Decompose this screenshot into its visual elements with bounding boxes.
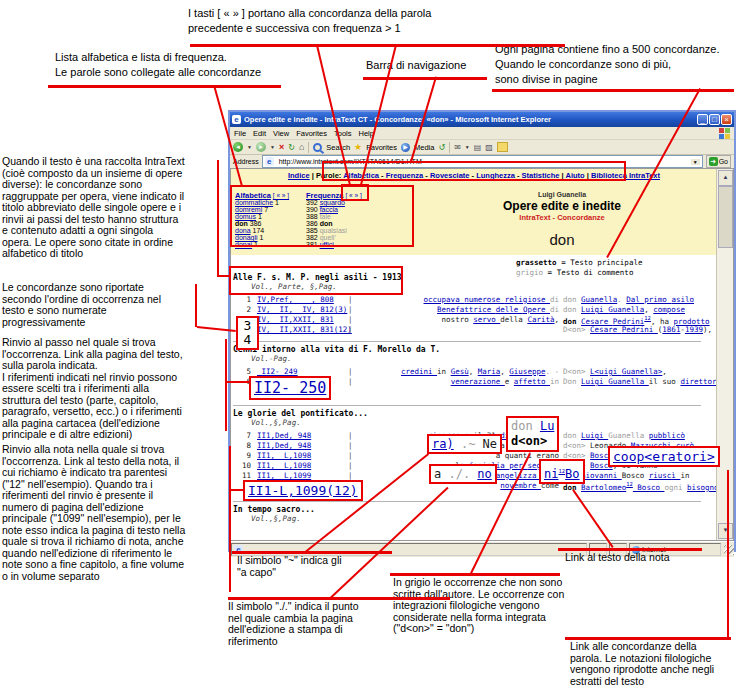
word-link[interactable]: Giovanni <box>581 471 622 480</box>
word-link[interactable]: occupava <box>424 295 465 304</box>
passage-reference-link[interactable]: IV, II, IV, 812(3) <box>257 305 347 314</box>
note-prev-next-keys: I tasti [ « » ] portano alla concordanza… <box>188 6 431 36</box>
concordance-row: 3IV, II,XXII, 831|nostro servo della Car… <box>233 315 703 325</box>
search-icon[interactable] <box>313 143 322 152</box>
word-link[interactable]: Luigi <box>581 305 608 314</box>
word-concordance-link[interactable]: coop<eratori> <box>613 449 715 464</box>
word-link[interactable]: asilo <box>671 295 694 304</box>
passage-reference-link[interactable]: II1,Ded, 948 <box>257 431 311 440</box>
maximize-button[interactable]: □ <box>709 114 720 125</box>
forward-dropdown-icon[interactable]: ▼ <box>270 144 275 150</box>
edit-icon[interactable]: ▨ <box>485 143 493 152</box>
word-link[interactable]: compose <box>653 305 685 314</box>
note-ref-link[interactable]: II1-L,1099(12) <box>248 483 358 498</box>
title-bar[interactable]: e Opere edite e inedite - IntraText CT -… <box>230 112 734 127</box>
word-link[interactable]: Opere <box>523 305 550 314</box>
messenger-icon[interactable] <box>497 142 508 152</box>
word-link[interactable]: 12 <box>644 315 651 321</box>
passage-reference-link[interactable]: IV, II,XXII, 831 <box>257 315 334 324</box>
word-link[interactable]: Lu <box>540 419 554 433</box>
concordance-row: 1IV,Pref, , 808|occupava numerose religi… <box>233 295 703 305</box>
section-subtitle: Vol.,§,Pag. <box>233 514 703 523</box>
favorites-icon[interactable]: ★ <box>354 142 362 152</box>
close-button[interactable]: × <box>721 114 732 125</box>
word-link[interactable]: ra) <box>432 437 454 451</box>
separator: | <box>348 325 353 334</box>
word-link[interactable]: Maria <box>478 367 501 376</box>
back-dropdown-icon[interactable]: ▼ <box>247 144 252 150</box>
word-link[interactable]: Pedrini <box>622 325 658 334</box>
word-link[interactable]: pubblicò <box>649 431 685 440</box>
word-link[interactable]: Luigi <box>581 377 608 386</box>
intratext-concordanze-label: IntraText - Concordanze <box>416 213 708 222</box>
word-link[interactable]: Guanella <box>608 305 644 314</box>
word-link[interactable]: Benefattrice <box>437 305 496 314</box>
vertical-scrollbar[interactable]: ▲ ▼ <box>716 169 733 540</box>
word-link[interactable]: no <box>477 467 491 481</box>
section-divider <box>233 405 701 406</box>
word-link[interactable]: riuscì <box>649 471 681 480</box>
back-button[interactable]: ◄ <box>233 142 243 152</box>
mail-dropdown-icon[interactable]: ▼ <box>465 144 470 150</box>
media-icon[interactable]: ▶ <box>401 143 410 152</box>
word-link[interactable]: Luigi <box>581 431 608 440</box>
menu-favorites[interactable]: Favorites <box>296 129 327 138</box>
word-link[interactable]: ni <box>544 467 558 481</box>
word-link[interactable]: Guanella> <box>622 367 663 376</box>
scroll-up-icon[interactable]: ▲ <box>718 170 733 186</box>
go-button[interactable]: ➜ Go <box>706 155 731 168</box>
word-link[interactable]: novembre <box>500 481 541 490</box>
note-order: Le concordanze sono riportatesecondo l'o… <box>2 282 161 328</box>
word-link[interactable]: numerose <box>464 295 505 304</box>
word-link[interactable]: Guanella <box>581 295 617 304</box>
word-link[interactable]: servo <box>473 315 500 324</box>
window-title: Opere edite e inedite - IntraText CT - C… <box>244 115 696 124</box>
history-icon[interactable]: ↺ <box>438 143 445 152</box>
stop-button[interactable]: × <box>279 142 284 152</box>
word-link[interactable]: primo <box>644 295 671 304</box>
word-link[interactable]: Guanella <box>608 377 649 386</box>
word-link[interactable]: credini <box>401 367 437 376</box>
word-link[interactable]: direttore <box>680 377 721 386</box>
word-link[interactable]: Cesare <box>590 325 622 334</box>
word-link[interactable]: Bosco <box>633 483 665 492</box>
scroll-down-icon[interactable]: ▼ <box>718 523 733 539</box>
section-divider <box>233 341 701 342</box>
menu-edit[interactable]: Edit <box>253 129 266 138</box>
word-link[interactable]: Dal <box>626 295 644 304</box>
passage-reference-link[interactable]: II2- 249 <box>257 367 298 376</box>
passage-reference-link[interactable]: IV,Pref, , 808 <box>257 295 334 304</box>
word-link[interactable]: Giuseppe <box>509 367 545 376</box>
menu-view[interactable]: View <box>273 129 289 138</box>
passage-reference-link[interactable]: II1, L,1098 <box>257 451 311 460</box>
word-link[interactable]: Gesù <box>451 367 469 376</box>
passage-reference-link[interactable]: IV, II,XXII, 831(12) <box>257 325 352 334</box>
passage-reference-link[interactable]: II1,Ded, 948 <box>257 441 311 450</box>
mail-icon[interactable]: ✉ <box>454 143 461 152</box>
nav-indice[interactable]: Indice <box>288 171 310 180</box>
home-button[interactable]: ⌂ <box>299 142 304 152</box>
scrollbar-thumb[interactable] <box>718 186 733 248</box>
forward-button[interactable]: ► <box>256 142 266 152</box>
address-dropdown-icon[interactable]: ▼ <box>691 159 700 165</box>
passage-reference-link[interactable]: II1, L,1099 <box>257 471 311 480</box>
word-link[interactable]: Carità <box>527 315 554 324</box>
word-link[interactable]: 12 <box>626 481 633 487</box>
print-icon[interactable]: ▤ <box>474 143 482 152</box>
word-link[interactable]: bisogno <box>687 483 719 492</box>
word-link[interactable]: affetto <box>514 377 550 386</box>
menu-file[interactable]: File <box>234 129 246 138</box>
word-link[interactable]: religiose <box>505 295 550 304</box>
word-link[interactable]: venerazione <box>451 377 505 386</box>
word-link[interactable]: 1861 <box>662 325 680 334</box>
refresh-button[interactable]: ↻ <box>288 143 295 152</box>
search-button-label[interactable]: Search <box>326 143 350 152</box>
word-link[interactable]: Bo <box>565 467 579 481</box>
passage-ref-link[interactable]: II2- 250 <box>254 379 326 397</box>
word-link[interactable]: delle <box>496 305 523 314</box>
word-link[interactable]: L<uigi <box>590 367 622 376</box>
minimize-button[interactable]: _ <box>697 114 708 125</box>
word-link[interactable]: 1939 <box>685 325 703 334</box>
passage-reference-link[interactable]: II1, L,1098 <box>257 461 311 470</box>
word-link[interactable]: Bartolomeo <box>581 483 626 492</box>
